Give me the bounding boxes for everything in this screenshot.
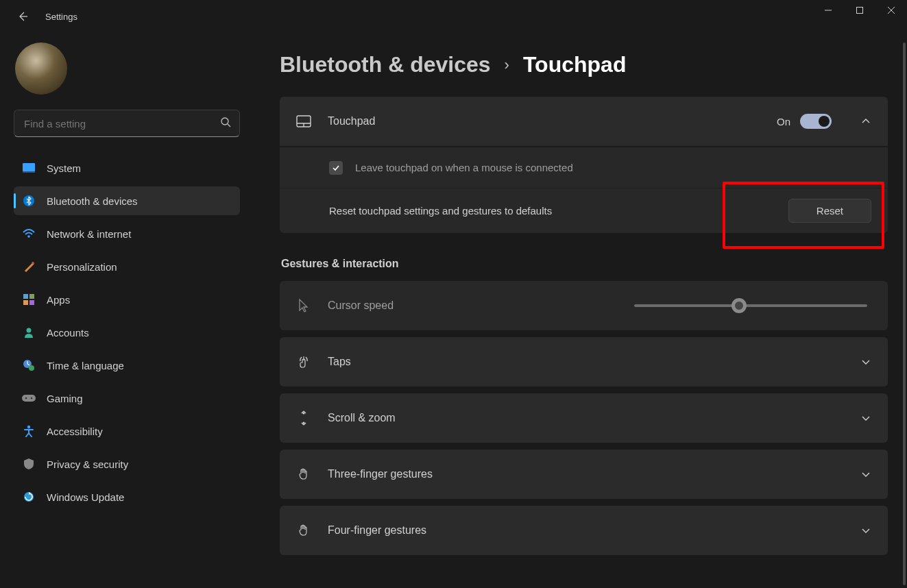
nav-item-network[interactable]: Network & internet (14, 219, 240, 248)
search-icon (220, 117, 231, 130)
nav-list: System Bluetooth & devices Network & int… (14, 154, 240, 511)
search-box[interactable] (14, 110, 240, 137)
three-finger-label: Three-finger gestures (328, 468, 844, 480)
window-title: Settings (45, 12, 77, 22)
nav-item-time-language[interactable]: Time & language (14, 351, 240, 380)
cursor-speed-row: Cursor speed (280, 281, 888, 330)
titlebar-left: Settings (16, 10, 77, 23)
nav-item-windows-update[interactable]: Windows Update (14, 482, 240, 511)
hand-icon (296, 467, 311, 482)
leave-touchpad-checkbox[interactable] (329, 161, 343, 175)
svg-rect-2 (23, 163, 35, 171)
chevron-down-icon (860, 356, 871, 367)
shield-icon (22, 457, 36, 471)
touchpad-toggle-wrap: On (777, 114, 832, 129)
person-icon (22, 326, 36, 339)
nav-label: Network & internet (47, 228, 131, 240)
accessibility-icon (22, 424, 36, 438)
bluetooth-icon (22, 194, 36, 208)
nav-label: Privacy & security (47, 458, 128, 470)
reset-button[interactable]: Reset (788, 199, 871, 223)
svg-point-11 (27, 328, 32, 333)
maximize-button[interactable] (844, 0, 875, 21)
svg-point-5 (27, 235, 30, 238)
touchpad-row[interactable]: Touchpad On (280, 97, 888, 146)
four-finger-label: Four-finger gestures (328, 524, 844, 537)
scrollbar[interactable] (903, 42, 906, 585)
avatar (15, 42, 67, 95)
search-input[interactable] (23, 117, 220, 130)
slider-thumb[interactable] (731, 298, 747, 313)
nav-item-accounts[interactable]: Accounts (14, 318, 240, 347)
touchpad-icon (296, 114, 311, 129)
nav-label: Personalization (47, 261, 117, 273)
user-profile[interactable] (14, 42, 240, 95)
leave-touchpad-row[interactable]: Leave touchpad on when a mouse is connec… (280, 147, 888, 188)
minimize-button[interactable] (812, 0, 844, 21)
leave-touchpad-label: Leave touchpad on when a mouse is connec… (355, 162, 871, 173)
reset-touchpad-label: Reset touchpad settings and gestures to … (329, 205, 776, 217)
window-controls (812, 0, 907, 33)
breadcrumb-parent[interactable]: Bluetooth & devices (280, 52, 491, 77)
svg-rect-9 (23, 300, 28, 305)
three-finger-row[interactable]: Three-finger gestures (280, 450, 888, 499)
chevron-down-icon (860, 525, 871, 536)
chevron-down-icon (860, 469, 871, 480)
nav-label: Windows Update (47, 491, 124, 503)
gamepad-icon (22, 391, 36, 405)
chevron-down-icon (860, 413, 871, 424)
sidebar: System Bluetooth & devices Network & int… (0, 33, 254, 588)
svg-rect-7 (23, 294, 28, 299)
gestures-heading: Gestures & interaction (281, 258, 888, 270)
nav-label: Bluetooth & devices (47, 195, 138, 207)
svg-rect-14 (22, 395, 36, 402)
back-icon[interactable] (16, 10, 29, 23)
touchpad-label: Touchpad (328, 115, 760, 127)
nav-label: Time & language (47, 360, 124, 371)
scroll-icon (296, 411, 311, 426)
touchpad-toggle[interactable] (800, 114, 832, 129)
cursor-speed-label: Cursor speed (328, 299, 618, 312)
paintbrush-icon (22, 260, 36, 273)
chevron-up-icon[interactable] (860, 116, 871, 127)
scroll-zoom-label: Scroll & zoom (328, 412, 844, 424)
svg-point-1 (221, 118, 228, 125)
update-icon (22, 490, 36, 504)
svg-rect-8 (29, 294, 34, 299)
svg-rect-10 (29, 300, 34, 305)
touchpad-group: Touchpad On Leave touchpad on when a mou… (280, 97, 888, 233)
nav-label: Accessibility (47, 426, 103, 437)
nav-item-bluetooth-devices[interactable]: Bluetooth & devices (14, 186, 240, 215)
nav-item-gaming[interactable]: Gaming (14, 384, 240, 413)
svg-point-17 (27, 426, 30, 428)
breadcrumb: Bluetooth & devices › Touchpad (280, 52, 888, 77)
nav-label: Apps (47, 294, 70, 306)
reset-touchpad-row: Reset touchpad settings and gestures to … (280, 188, 888, 233)
chevron-right-icon: › (505, 56, 509, 74)
nav-item-personalization[interactable]: Personalization (14, 252, 240, 281)
four-finger-row[interactable]: Four-finger gestures (280, 506, 888, 555)
svg-point-15 (25, 397, 27, 400)
hand-icon (296, 523, 311, 538)
taps-label: Taps (328, 356, 844, 368)
cursor-speed-slider[interactable] (634, 304, 867, 307)
tap-icon (296, 354, 311, 369)
nav-label: System (47, 162, 81, 174)
svg-point-16 (31, 397, 33, 400)
svg-rect-3 (23, 171, 35, 173)
apps-icon (22, 293, 36, 306)
scroll-zoom-row[interactable]: Scroll & zoom (280, 393, 888, 443)
main-content: Bluetooth & devices › Touchpad Touchpad … (254, 33, 907, 588)
nav-item-system[interactable]: System (14, 154, 240, 182)
clock-globe-icon (22, 358, 36, 372)
display-icon (22, 161, 36, 175)
taps-row[interactable]: Taps (280, 337, 888, 387)
nav-item-apps[interactable]: Apps (14, 285, 240, 314)
cursor-icon (296, 298, 311, 313)
titlebar: Settings (0, 0, 907, 33)
nav-item-privacy-security[interactable]: Privacy & security (14, 450, 240, 478)
svg-rect-0 (857, 8, 863, 14)
close-button[interactable] (875, 0, 907, 21)
nav-item-accessibility[interactable]: Accessibility (14, 417, 240, 445)
nav-label: Accounts (47, 327, 89, 339)
